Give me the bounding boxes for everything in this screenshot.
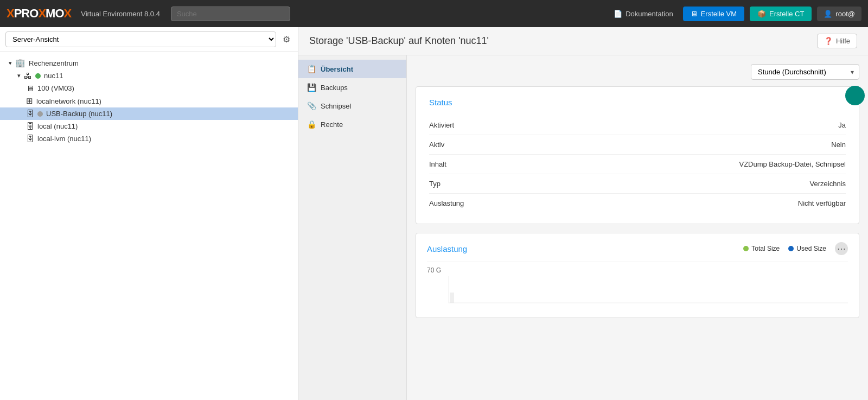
sidebar-item-label: local-lvm (nuc11): [37, 135, 91, 143]
chart-area: 70 G: [427, 262, 848, 309]
page-title: Storage 'USB-Backup' auf Knoten 'nuc11': [309, 35, 489, 47]
status-card: Status Aktiviert Ja Aktiv Nein Inhalt VZ…: [416, 86, 859, 224]
gear-icon[interactable]: ⚙: [280, 32, 292, 47]
status-row-auslastung: Auslastung Nicht verfügbar: [429, 194, 846, 213]
status-row-aktiviert: Aktiviert Ja: [429, 116, 846, 135]
legend-more-button[interactable]: ⋯: [835, 242, 848, 255]
time-select-wrapper: Stunde (Durchschnitt) Tag (Durchschnitt)…: [751, 64, 859, 80]
create-vm-button[interactable]: 🖥 Erstelle VM: [683, 7, 744, 21]
help-button[interactable]: ❓ Hilfe: [817, 34, 857, 48]
status-value: Ja: [838, 121, 846, 129]
help-label: Hilfe: [836, 37, 850, 45]
doc-label: Dokumentation: [626, 10, 673, 18]
legend-used-size: Used Size: [788, 245, 826, 252]
status-label: Aktiviert: [429, 121, 454, 129]
rechte-icon: 🔒: [307, 120, 316, 129]
sidebar-header: Server-Ansicht ⚙: [0, 27, 298, 52]
sidebar-item-label: 100 (VM03): [37, 84, 74, 92]
user-menu-button[interactable]: 👤 root@: [817, 7, 861, 21]
sidebar-item-localnetwork[interactable]: ⊞ localnetwork (nuc11): [0, 94, 298, 107]
logo-x3: X: [64, 7, 72, 21]
status-title: Status: [429, 98, 846, 107]
status-value: Nicht verfügbar: [798, 199, 846, 207]
vm-icon: 🖥: [26, 84, 34, 93]
sidebar-item-vm100[interactable]: 🖥 100 (VM03): [0, 82, 298, 94]
chevron-down-icon: ▾: [9, 60, 12, 67]
tab-label: Rechte: [321, 120, 343, 129]
tab-rechte[interactable]: 🔒 Rechte: [298, 115, 406, 134]
legend-label: Used Size: [796, 245, 826, 252]
container-icon: 📦: [757, 10, 766, 18]
sidebar-item-label: nuc11: [44, 72, 63, 80]
storage-lvm-icon: 🗄: [26, 134, 34, 143]
status-label: Typ: [429, 180, 441, 188]
create-ct-label: Erstelle CT: [769, 10, 804, 18]
status-value: Nein: [831, 141, 846, 149]
node-icon: 🖧: [24, 71, 32, 80]
legend-label: Total Size: [751, 245, 780, 252]
status-row-aktiv: Aktiv Nein: [429, 135, 846, 155]
sidebar: Server-Ansicht ⚙ ▾ 🏢 Rechenzentrum ▾ 🖧 n…: [0, 27, 298, 400]
logo-mo: MO: [46, 7, 63, 21]
teal-indicator: [845, 86, 865, 105]
used-size-dot: [788, 246, 794, 251]
sidebar-item-local-lvm[interactable]: 🗄 local-lvm (nuc11): [0, 132, 298, 145]
sidebar-item-label: Rechenzentrum: [29, 59, 79, 67]
status-label: Aktiv: [429, 141, 444, 149]
create-vm-label: Erstelle VM: [701, 10, 737, 18]
logo: X PRO X MO X: [7, 7, 71, 21]
logo-x2: X: [38, 7, 46, 21]
user-icon: 👤: [824, 10, 832, 18]
schnipsel-icon: 📎: [307, 101, 316, 110]
time-period-select[interactable]: Stunde (Durchschnitt) Tag (Durchschnitt)…: [751, 64, 859, 80]
tree: ▾ 🏢 Rechenzentrum ▾ 🖧 nuc11 🖥 100 (VM03): [0, 52, 298, 400]
sidebar-item-label: local (nuc11): [37, 122, 78, 130]
user-label: root@: [835, 10, 855, 18]
chart-svg: [427, 276, 848, 309]
tab-schnipsel[interactable]: 📎 Schnipsel: [298, 97, 406, 115]
tab-label: Schnipsel: [321, 102, 351, 110]
status-badge-online: [35, 73, 41, 79]
svg-rect-2: [450, 293, 454, 303]
create-ct-button[interactable]: 📦 Erstelle CT: [750, 7, 812, 21]
logo-pro: PRO: [14, 7, 39, 21]
main-layout: Server-Ansicht ⚙ ▾ 🏢 Rechenzentrum ▾ 🖧 n…: [0, 27, 868, 400]
sidebar-item-usb-backup[interactable]: 🗄 USB-Backup (nuc11): [0, 107, 298, 120]
topbar: X PRO X MO X Virtual Environment 8.0.4 📄…: [0, 0, 868, 27]
help-icon: ❓: [824, 37, 833, 45]
total-size-dot: [743, 246, 749, 251]
sidebar-item-nuc11[interactable]: ▾ 🖧 nuc11: [0, 69, 298, 82]
monitor-icon: 🖥: [691, 10, 698, 18]
content-header: Storage 'USB-Backup' auf Knoten 'nuc11' …: [298, 27, 868, 55]
status-row-inhalt: Inhalt VZDump Backup-Datei, Schnipsel: [429, 155, 846, 174]
chevron-down-icon: ▾: [17, 72, 21, 79]
storage-icon: 🗄: [26, 109, 34, 118]
tab-backups[interactable]: 💾 Backups: [298, 78, 406, 97]
tab-ubersicht[interactable]: 📋 Übersicht: [298, 60, 406, 78]
sidebar-item-label: localnetwork (nuc11): [36, 97, 101, 105]
auslastung-header: Auslastung Total Size Used Size: [427, 242, 848, 255]
chart-legend: Total Size Used Size ⋯: [743, 242, 848, 255]
status-value: Verzeichnis: [810, 180, 846, 188]
chart-visualization: [427, 276, 848, 309]
sidebar-item-datacenter[interactable]: ▾ 🏢 Rechenzentrum: [0, 56, 298, 69]
tab-label: Backups: [321, 84, 348, 92]
content-area: Storage 'USB-Backup' auf Knoten 'nuc11' …: [298, 27, 868, 400]
documentation-button[interactable]: 📄 Dokumentation: [609, 8, 677, 20]
tab-content: 📋 Übersicht 💾 Backups 📎 Schnipsel 🔒 Rech…: [298, 55, 868, 400]
chart-y-label: 70 G: [427, 266, 848, 274]
view-select[interactable]: Server-Ansicht: [5, 31, 276, 47]
doc-icon: 📄: [614, 10, 622, 18]
app-version: Virtual Environment 8.0.4: [81, 10, 160, 18]
time-select-row: Stunde (Durchschnitt) Tag (Durchschnitt)…: [416, 64, 859, 80]
legend-total-size: Total Size: [743, 245, 780, 252]
sidebar-item-label: USB-Backup (nuc11): [46, 110, 112, 118]
status-label: Inhalt: [429, 160, 446, 168]
tab-label: Übersicht: [321, 65, 353, 73]
auslastung-title: Auslastung: [427, 244, 467, 253]
search-input[interactable]: [171, 7, 290, 21]
ubersicht-icon: 📋: [307, 65, 316, 73]
sidebar-item-local[interactable]: 🗄 local (nuc11): [0, 120, 298, 132]
status-badge-unknown: [37, 111, 43, 117]
auslastung-card: Auslastung Total Size Used Size: [416, 233, 859, 318]
